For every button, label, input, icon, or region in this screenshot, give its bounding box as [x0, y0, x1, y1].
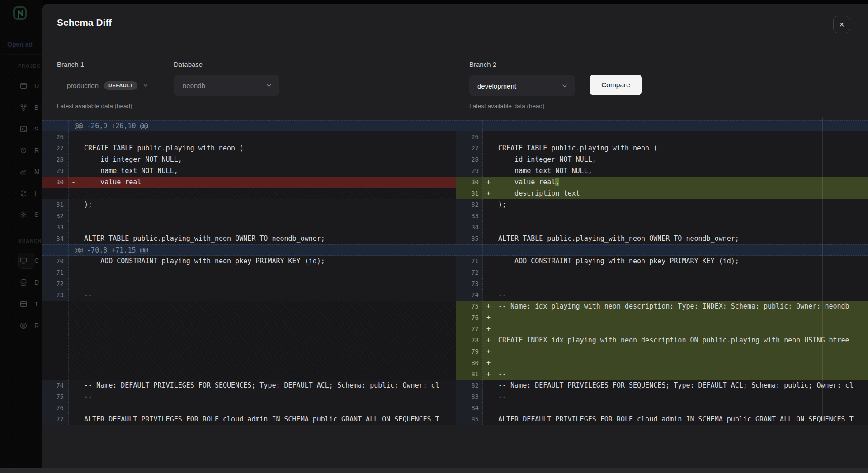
- diff-marker: [483, 233, 494, 244]
- code-line: --: [80, 290, 456, 301]
- line-number: 78: [456, 335, 483, 346]
- code-line: [494, 403, 868, 414]
- code-line: id integer NOT NULL,: [494, 154, 868, 165]
- code-line: -- Name: DEFAULT PRIVILEGES FOR SEQUENCE…: [80, 380, 456, 391]
- diff-marker: +: [483, 346, 494, 357]
- diff-row: 2626: [42, 131, 868, 143]
- diff-row: 30- value real30+ value real,: [42, 177, 868, 188]
- line-number: 74: [456, 290, 483, 301]
- line-number: [42, 369, 69, 380]
- line-number: 28: [456, 154, 483, 165]
- code-line: -- Name: DEFAULT PRIVILEGES FOR SEQUENCE…: [494, 380, 868, 391]
- diff-row: 80+: [42, 357, 868, 369]
- line-number: [42, 323, 69, 335]
- line-number: 72: [42, 278, 69, 290]
- code-line: [80, 131, 456, 143]
- code-line: [80, 357, 456, 369]
- branch2-select[interactable]: development: [469, 75, 575, 96]
- diff-marker: [69, 211, 80, 222]
- line-number: 77: [456, 323, 483, 335]
- diff-row: 7172: [42, 267, 868, 278]
- branch1-value: production: [67, 82, 99, 89]
- diff-marker: [69, 312, 80, 323]
- diff-marker: [69, 357, 80, 369]
- diff-marker: [69, 414, 80, 425]
- line-number: 76: [456, 312, 483, 323]
- branch2-subtext: Latest available data (head): [469, 103, 545, 109]
- line-number: 72: [456, 267, 483, 278]
- close-icon: ×: [839, 19, 844, 30]
- database-select[interactable]: neondb: [174, 75, 279, 96]
- code-line: [494, 346, 868, 357]
- line-number: 84: [456, 403, 483, 414]
- line-number: 85: [456, 414, 483, 425]
- diff-row: 77ALTER DEFAULT PRIVILEGES FOR ROLE clou…: [42, 414, 868, 425]
- chevron-down-icon: [266, 82, 272, 89]
- diff-row: 29 name text NOT NULL,29 name text NOT N…: [42, 165, 868, 177]
- diff-marker: [483, 256, 494, 267]
- diff-marker: [483, 403, 494, 414]
- line-number: 31: [456, 188, 483, 199]
- code-line: [494, 267, 868, 278]
- modal-title: Schema Diff: [57, 17, 112, 28]
- diff-row: 7273: [42, 278, 868, 290]
- line-number: 75: [42, 391, 69, 403]
- line-number: 71: [456, 256, 483, 267]
- line-number: 73: [456, 278, 483, 290]
- close-button[interactable]: ×: [833, 16, 850, 33]
- code-line: );: [494, 199, 868, 211]
- line-number: 75: [456, 301, 483, 312]
- diff-marker: [69, 256, 80, 267]
- diff-marker: [483, 154, 494, 165]
- diff-row: 27CREATE TABLE public.playing_with_neon …: [42, 143, 868, 154]
- diff-marker: [483, 267, 494, 278]
- code-line: [494, 323, 868, 335]
- diff-marker: [483, 290, 494, 301]
- code-line: );: [80, 199, 456, 211]
- code-line: [494, 131, 868, 143]
- code-line: --: [494, 312, 868, 323]
- diff-marker: -: [69, 177, 80, 188]
- diff-marker: [69, 278, 80, 290]
- branch1-select[interactable]: production DEFAULT: [57, 75, 170, 96]
- diff-marker: [483, 222, 494, 233]
- branch2-value: development: [477, 82, 516, 90]
- hunk-header: @@ -26,9 +26,10 @@: [69, 120, 456, 131]
- diff-row: 3334: [42, 222, 868, 233]
- line-number: 33: [456, 211, 483, 222]
- screen: Open ad PROJEC D B S R M I S BRANCH C D …: [0, 0, 868, 473]
- line-number: 32: [456, 199, 483, 211]
- code-line: [494, 222, 868, 233]
- line-number: 26: [456, 131, 483, 143]
- diff-row: 77+: [42, 323, 868, 335]
- diff-marker: +: [483, 301, 494, 312]
- code-line: CREATE INDEX idx_playing_with_neon_descr…: [494, 335, 868, 346]
- code-line: [80, 346, 456, 357]
- line-number: 74: [42, 380, 69, 391]
- diff-marker: +: [483, 312, 494, 323]
- line-number: [42, 346, 69, 357]
- line-number: 27: [42, 143, 69, 154]
- hunk-header: @@ -70,8 +71,15 @@: [69, 244, 456, 256]
- diff-marker: [483, 391, 494, 403]
- schema-diff-modal: Schema Diff × Branch 1 production DEFAUL…: [42, 4, 868, 469]
- diff-marker: [483, 143, 494, 154]
- code-line: ALTER DEFAULT PRIVILEGES FOR ROLE cloud_…: [494, 414, 868, 425]
- code-line: name text NOT NULL,: [80, 165, 456, 177]
- code-line: --: [494, 369, 868, 380]
- diff-marker: [483, 380, 494, 391]
- changed-token: ,: [555, 178, 559, 186]
- code-line: ALTER DEFAULT PRIVILEGES FOR ROLE cloud_…: [80, 414, 456, 425]
- diff-marker: [69, 323, 80, 335]
- diff-marker: [483, 199, 494, 211]
- diff-scrollbar[interactable]: [822, 117, 823, 421]
- code-line: [494, 278, 868, 290]
- line-number: 30: [456, 177, 483, 188]
- diff-marker: [69, 188, 80, 199]
- code-line: [80, 323, 456, 335]
- compare-button[interactable]: Compare: [590, 75, 642, 95]
- line-number: 71: [42, 267, 69, 278]
- code-line: -- Name: idx_playing_with_neon_descripti…: [494, 301, 868, 312]
- diff-marker: [69, 403, 80, 414]
- code-line: ADD CONSTRAINT playing_with_neon_pkey PR…: [80, 256, 456, 267]
